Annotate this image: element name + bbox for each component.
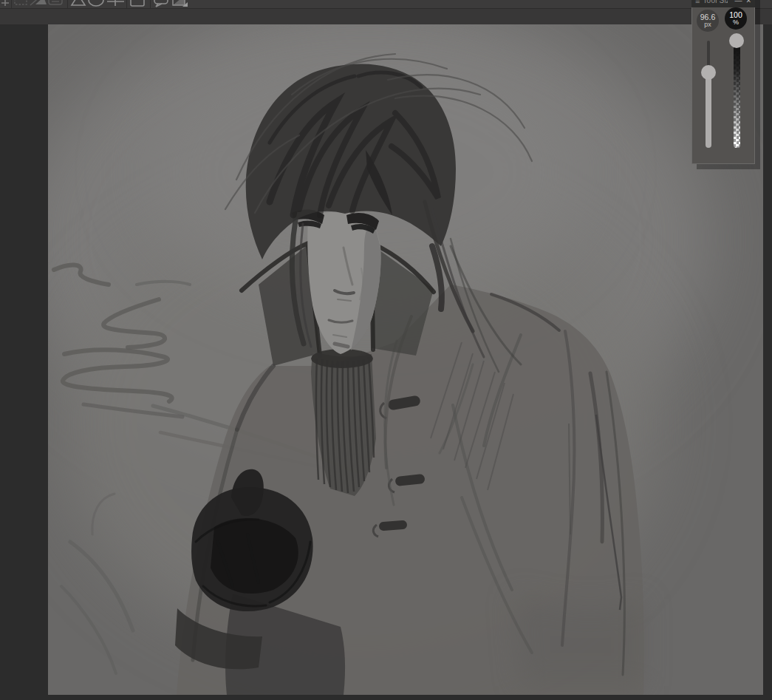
transform-handle-icon[interactable] <box>1 0 9 6</box>
opacity-badge[interactable]: 100 % <box>725 7 747 30</box>
toolbar-secondary-row <box>0 9 772 24</box>
toolbar-icons <box>0 0 199 8</box>
opacity-unit: % <box>733 18 739 26</box>
size-slider-fill[interactable] <box>706 72 711 148</box>
toolbar-divider <box>150 0 151 8</box>
brush-size-value: 96.6 <box>700 13 715 21</box>
drawing-canvas[interactable] <box>48 24 763 695</box>
toolbar-divider <box>67 0 68 8</box>
opacity-slider-knob[interactable] <box>729 33 744 48</box>
ellipse-ruler-icon[interactable] <box>89 0 103 6</box>
rounded-rect-select-icon[interactable] <box>49 0 62 4</box>
panel-titlebar[interactable]: ≡ Tool Size — ✕ <box>691 0 755 7</box>
panel-minimize-button[interactable]: — <box>734 0 742 4</box>
top-toolbar <box>0 0 772 9</box>
gradient-shear-icon[interactable] <box>173 0 188 7</box>
tool-size-panel: ≡ Tool Size — ✕ 96.6 px 100 % <box>691 0 755 164</box>
opacity-value: 100 <box>729 11 742 18</box>
marquee-select-icon[interactable] <box>15 0 27 4</box>
sketch-artwork <box>48 24 763 695</box>
opacity-slider-track[interactable] <box>734 46 740 148</box>
brush-size-badge[interactable]: 96.6 px <box>697 10 719 32</box>
triangle-ruler-icon[interactable] <box>72 0 85 5</box>
toolbar-divider <box>126 0 127 8</box>
panel-close-button[interactable]: ✕ <box>745 0 751 4</box>
polygon-select-icon[interactable] <box>35 0 47 4</box>
panel-body: 96.6 px 100 % <box>691 7 755 164</box>
speech-bubble-icon[interactable] <box>154 0 168 7</box>
panel-title: Tool Size <box>703 0 728 4</box>
save-icon[interactable] <box>131 0 144 6</box>
application-window: ≡ Tool Size — ✕ 96.6 px 100 % <box>0 0 772 700</box>
panel-menu-icon[interactable]: ≡ <box>695 0 700 4</box>
brush-size-unit: px <box>704 21 711 28</box>
size-slider-knob[interactable] <box>701 65 716 80</box>
cross-ruler-icon[interactable] <box>107 0 124 6</box>
toolbar-divider <box>11 0 12 8</box>
